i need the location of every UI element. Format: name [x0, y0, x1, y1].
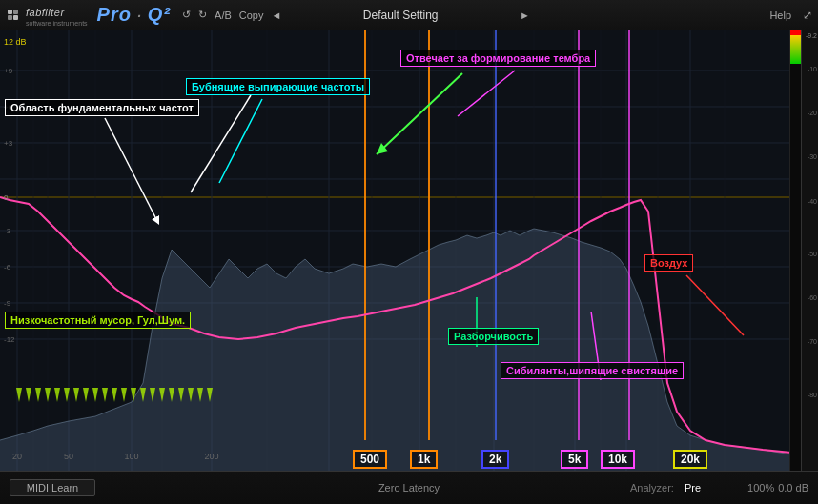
midi-learn-button[interactable]: MIDI Learn: [10, 479, 95, 496]
header: fabfilter software instruments Pro · Q² …: [0, 0, 818, 30]
db-scale: -9.2 -10 -20 -30 -40 -50 -60 -70 -80: [801, 30, 818, 471]
zoom-section: 100% 0.0 dB: [747, 482, 808, 494]
freq-box-1k[interactable]: 1k: [410, 450, 438, 469]
redo-button[interactable]: ↻: [194, 7, 211, 23]
brand-text: fabfilter software instruments: [26, 3, 88, 27]
preset-name: Default Setting: [285, 9, 516, 22]
svg-text:20: 20: [12, 452, 22, 461]
ab-button[interactable]: A/B: [211, 8, 235, 23]
analyzer-pre-option[interactable]: Pre: [682, 481, 704, 494]
zero-latency-label: Zero Latency: [378, 482, 440, 494]
freq-box-10k[interactable]: 10k: [601, 450, 635, 469]
zoom-level: 100%: [747, 482, 774, 494]
freq-box-20k[interactable]: 20k: [673, 450, 707, 469]
footer: MIDI Learn Zero Latency Analyzer: Pre 10…: [0, 471, 818, 504]
eq-canvas: 12 dB +9 +6 +3 0 -3 -6 -9 -12 20 50 100 …: [0, 30, 801, 471]
logo-area: fabfilter software instruments Pro · Q²: [0, 3, 178, 27]
svg-text:12 dB: 12 dB: [4, 37, 27, 47]
gain-meter: [789, 30, 801, 471]
svg-text:+3: +3: [4, 139, 13, 148]
svg-text:-6: -6: [4, 263, 11, 272]
logo-grid: [8, 10, 18, 20]
freq-box-2k[interactable]: 2k: [481, 450, 509, 469]
svg-text:0: 0: [4, 193, 9, 202]
product-version: Q²: [148, 4, 171, 25]
undo-button[interactable]: ↺: [178, 7, 194, 23]
product-name: Pro: [97, 4, 132, 25]
analyzer-label: Analyzer:: [630, 482, 674, 494]
copy-button[interactable]: Copy: [235, 8, 268, 23]
svg-text:100: 100: [124, 452, 138, 461]
svg-text:-3: -3: [4, 227, 11, 235]
svg-text:50: 50: [64, 452, 73, 461]
brand-name: fabfilter: [26, 7, 65, 18]
svg-text:+9: +9: [4, 67, 13, 75]
svg-text:-9: -9: [4, 299, 11, 308]
eq-main-area: 12 dB +9 +6 +3 0 -3 -6 -9 -12 20 50 100 …: [0, 30, 818, 471]
next-preset-button[interactable]: ►: [516, 8, 534, 23]
freq-box-500[interactable]: 500: [353, 450, 387, 469]
db-value: 0.0 dB: [778, 482, 808, 494]
svg-text:200: 200: [204, 452, 218, 461]
svg-text:+6: +6: [4, 103, 13, 111]
brand-sub: software instruments: [26, 20, 88, 27]
analyzer-section: Analyzer: Pre: [630, 481, 704, 494]
help-button[interactable]: Help: [764, 8, 797, 23]
freq-box-5k[interactable]: 5k: [561, 450, 588, 469]
expand-button[interactable]: ⤢: [797, 7, 818, 24]
prev-preset-button[interactable]: ◄: [268, 8, 286, 23]
svg-text:-12: -12: [4, 335, 15, 344]
right-scale: -9.2 -10 -20 -30 -40 -50 -60 -70 -80: [789, 30, 818, 471]
product-logo: Pro · Q²: [97, 4, 171, 26]
